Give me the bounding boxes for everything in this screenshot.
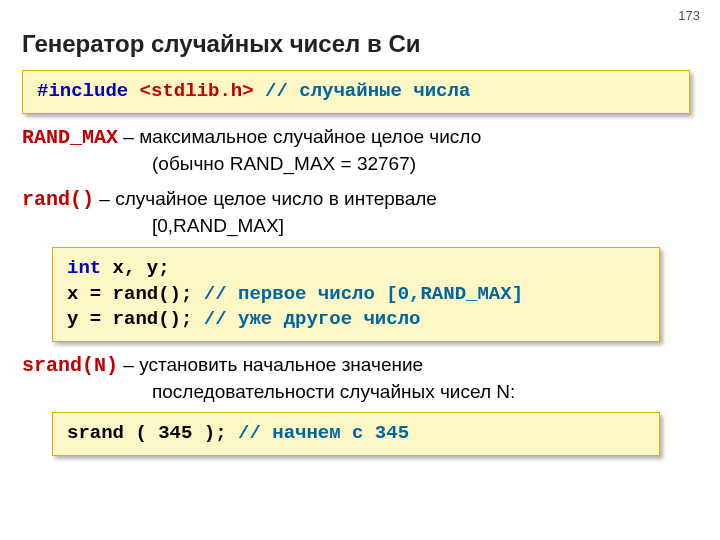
paragraph-srand: srand(N) – установить начальное значение… xyxy=(22,352,698,405)
slide-title: Генератор случайных чисел в Си xyxy=(22,30,720,58)
srand-call: srand ( 345 ); xyxy=(67,422,238,444)
text-rand-line2: [0,RAND_MAX] xyxy=(22,213,698,239)
paragraph-randmax: RAND_MAX – максимальное случайное целое … xyxy=(22,124,698,177)
assign-y: y = rand(); xyxy=(67,308,204,330)
text-rand: – случайное целое число в интервале xyxy=(94,188,437,209)
comment-x: // первое число [0,RAND_MAX] xyxy=(204,283,523,305)
code-block-include: #include <stdlib.h> // случайные числа xyxy=(22,70,690,114)
int-keyword: int xyxy=(67,257,101,279)
text-srand: – установить начальное значение xyxy=(118,354,423,375)
code-block-srand: srand ( 345 ); // начнем с 345 xyxy=(52,412,660,456)
assign-x: x = rand(); xyxy=(67,283,204,305)
include-lib: <stdlib.h> xyxy=(128,80,253,102)
spacer xyxy=(254,80,265,102)
text-randmax: – максимальное случайное целое число xyxy=(118,126,481,147)
paragraph-rand: rand() – случайное целое число в интерва… xyxy=(22,186,698,239)
term-rand: rand() xyxy=(22,188,94,211)
page-number: 173 xyxy=(678,8,700,23)
code-block-example: int x, y; x = rand(); // первое число [0… xyxy=(52,247,660,342)
code-line-3: y = rand(); // уже другое число xyxy=(67,307,645,333)
code-line-1: int x, y; xyxy=(67,256,645,282)
text-srand-line2: последовательности случайных чисел N: xyxy=(22,379,698,405)
srand-comment: // начнем с 345 xyxy=(238,422,409,444)
code-line-2: x = rand(); // первое число [0,RAND_MAX] xyxy=(67,282,645,308)
text-randmax-line2: (обычно RAND_MAX = 32767) xyxy=(22,151,698,177)
term-randmax: RAND_MAX xyxy=(22,126,118,149)
include-comment: // случайные числа xyxy=(265,80,470,102)
decl-vars: x, y; xyxy=(101,257,169,279)
include-keyword: #include xyxy=(37,80,128,102)
term-srand: srand(N) xyxy=(22,354,118,377)
comment-y: // уже другое число xyxy=(204,308,421,330)
